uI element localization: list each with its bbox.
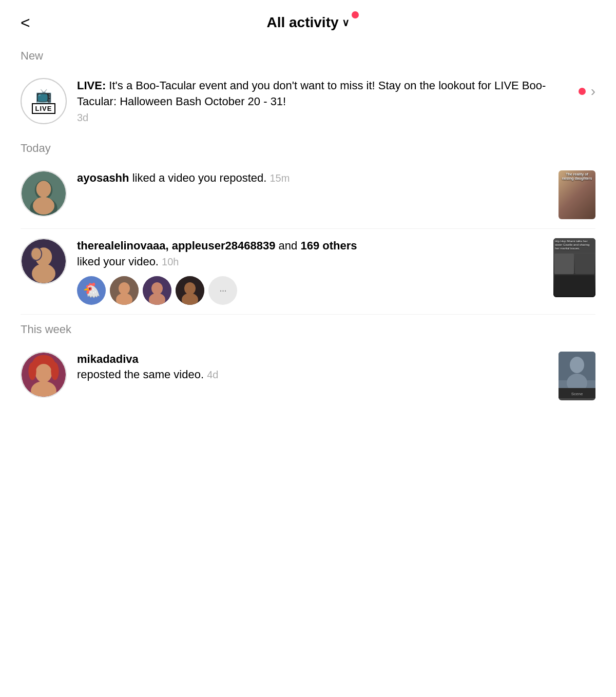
- header: < All activity ∨: [0, 0, 616, 41]
- user-avatar-therealelinovaaa: [22, 239, 66, 283]
- others-count: 169 others: [300, 239, 357, 252]
- video-thumbnail[interactable]: Scene: [559, 352, 595, 400]
- thumb-image: Hip Hop Miami talks her sister Giselle a…: [553, 238, 595, 297]
- notification-text: mikadadiva: [77, 352, 548, 367]
- user-avatar-ayosashh: [22, 171, 66, 216]
- section-new: New: [0, 41, 616, 69]
- svg-text:Scene: Scene: [571, 392, 583, 396]
- activity-filter[interactable]: All activity ∨: [266, 14, 349, 31]
- page-title: All activity: [266, 14, 338, 31]
- list-item[interactable]: therealelinovaaa, appleuser28468839 and …: [0, 229, 616, 314]
- notification-and: and: [279, 239, 301, 252]
- avatar-cluster: 🐔 ···: [77, 276, 543, 305]
- svg-point-11: [119, 282, 130, 295]
- cluster-avatar: [176, 276, 204, 305]
- more-avatars[interactable]: ···: [208, 276, 237, 305]
- username: ayosashh: [77, 171, 129, 184]
- live-notification-body: It's a Boo-Tacular event and you don't w…: [77, 79, 546, 108]
- tv-icon: 📺: [35, 89, 52, 102]
- more-icon: ···: [219, 284, 226, 296]
- avatar: [21, 238, 67, 284]
- section-this-week: This week: [0, 315, 616, 342]
- svg-point-4: [33, 197, 54, 215]
- live-notification-content: LIVE: It's a Boo-Tacular event and you d…: [77, 78, 568, 124]
- svg-point-28: [570, 357, 584, 373]
- svg-point-25: [51, 362, 59, 380]
- notification-content: ayosashh liked a video you reposted. 15m: [77, 170, 548, 186]
- thumb-image: The reality of raising daughters: [559, 170, 595, 219]
- notification-action: reposted the same video. 4d: [77, 367, 548, 383]
- notification-action: liked a video you reposted.: [132, 171, 270, 184]
- list-item[interactable]: mikadadiva reposted the same video. 4d S…: [0, 342, 616, 410]
- section-today: Today: [0, 133, 616, 161]
- notification-text: therealelinovaaa, appleuser28468839 and …: [77, 238, 543, 254]
- live-notification-time: 3d: [77, 112, 568, 124]
- video-thumbnail[interactable]: Hip Hop Miami talks her sister Giselle a…: [553, 238, 595, 297]
- list-item[interactable]: ayosashh liked a video you reposted. 15m…: [0, 161, 616, 228]
- svg-point-14: [151, 282, 163, 295]
- notification-action: liked your video. 10h: [77, 254, 543, 270]
- notification-content: therealelinovaaa, appleuser28468839 and …: [77, 238, 543, 305]
- svg-point-9: [31, 248, 41, 260]
- avatar: [21, 170, 67, 217]
- user-avatar-mikadadiva: [22, 353, 66, 397]
- cluster-avatar: [110, 276, 139, 305]
- cluster-avatar: 🐔: [77, 276, 106, 305]
- video-thumbnail[interactable]: The reality of raising daughters: [559, 170, 595, 219]
- live-notification[interactable]: 📺 LIVE LIVE: It's a Boo-Tacular event an…: [0, 69, 616, 133]
- svg-point-17: [184, 282, 196, 295]
- thumb-image: Scene: [559, 352, 595, 400]
- live-badge: LIVE: [32, 103, 56, 114]
- live-avatar: 📺 LIVE: [21, 78, 67, 124]
- live-notification-text: LIVE: It's a Boo-Tacular event and you d…: [77, 78, 568, 110]
- svg-point-24: [28, 362, 36, 380]
- svg-point-22: [35, 364, 52, 382]
- notification-time: 15m: [270, 172, 290, 184]
- username: mikadadiva: [77, 353, 139, 365]
- notification-content: mikadadiva reposted the same video. 4d: [77, 352, 548, 383]
- live-notification-right[interactable]: ›: [579, 78, 595, 100]
- notification-text: ayosashh liked a video you reposted. 15m: [77, 170, 548, 186]
- notification-time: 4d: [207, 369, 218, 380]
- svg-point-7: [32, 264, 55, 283]
- notification-time: 10h: [162, 256, 179, 267]
- live-indicator-dot: [579, 88, 586, 95]
- chevron-down-icon: ∨: [342, 16, 350, 29]
- chevron-right-icon: ›: [591, 83, 595, 100]
- notification-dot: [352, 11, 359, 18]
- avatar: [21, 352, 67, 398]
- svg-point-3: [36, 181, 51, 197]
- live-label: LIVE:: [77, 79, 109, 92]
- cluster-avatar: [143, 276, 171, 305]
- username: therealelinovaaa, appleuser28468839: [77, 239, 275, 252]
- back-button[interactable]: <: [21, 14, 30, 31]
